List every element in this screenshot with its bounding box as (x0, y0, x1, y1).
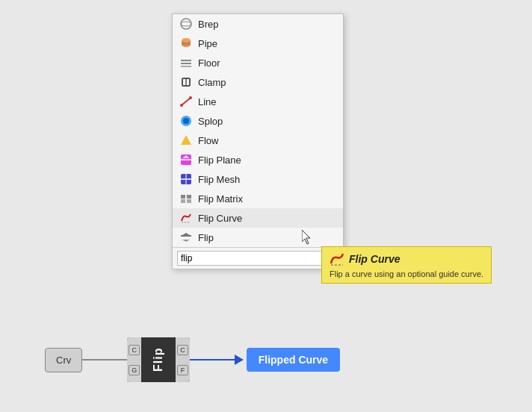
svg-point-0 (181, 19, 191, 29)
flip-label: Flip (141, 337, 176, 382)
flipmesh-icon (179, 172, 194, 187)
clamp-icon (179, 75, 194, 90)
splop-icon (179, 113, 194, 128)
svg-point-1 (181, 22, 191, 26)
menu-item-splop-label: Splop (198, 116, 223, 127)
menu-item-line[interactable]: Line (173, 92, 343, 111)
tooltip-title: Flip Curve (330, 252, 483, 266)
flip-ports-right: C F (176, 337, 190, 382)
menu-item-clamp[interactable]: Clamp (173, 72, 343, 92)
menu-item-flow-label: Flow (198, 135, 218, 146)
flip-ports-left: C G (127, 337, 141, 382)
menu-item-flipmesh[interactable]: Flip Mesh (173, 169, 343, 189)
brep-icon (179, 16, 194, 31)
svg-rect-7 (181, 66, 191, 67)
arrow-line (190, 355, 244, 365)
menu-item-splop[interactable]: Splop (173, 111, 343, 131)
flip-node: C G Flip C F (127, 337, 190, 382)
svg-rect-27 (181, 235, 191, 237)
flipped-curve-label: Flipped Curve (259, 354, 328, 366)
pipe-icon (179, 36, 194, 51)
menu-item-brep[interactable]: Brep (173, 14, 343, 34)
menu-item-flipmatrix-label: Flip Matrix (198, 193, 243, 205)
tooltip-description: Flip a curve using an optional guide cur… (330, 269, 483, 278)
node-diagram: Crv C G Flip C F Flipped Curve (45, 337, 340, 382)
port-f-right: F (177, 365, 188, 375)
crv-node: Crv (45, 348, 82, 372)
flipcurve-icon (179, 210, 194, 225)
svg-line-10 (182, 98, 191, 105)
svg-rect-24 (181, 199, 185, 203)
svg-marker-28 (182, 233, 190, 235)
svg-rect-23 (187, 195, 191, 199)
menu-item-clamp-label: Clamp (198, 77, 226, 88)
svg-marker-15 (181, 135, 191, 145)
menu-item-pipe[interactable]: Pipe (173, 34, 343, 53)
arrow-shaft (190, 359, 235, 360)
svg-rect-5 (181, 63, 191, 64)
menu-item-line-label: Line (198, 96, 217, 107)
flipplane-icon (179, 152, 194, 167)
wire-crv-flip (82, 359, 127, 360)
port-c-left: C (129, 345, 140, 355)
svg-point-11 (180, 104, 183, 107)
crv-label: Crv (56, 355, 71, 366)
menu-item-flip[interactable]: Flip (173, 228, 343, 247)
svg-marker-29 (182, 240, 190, 242)
flow-icon (179, 133, 194, 148)
tooltip-icon (330, 252, 344, 266)
menu-item-flipplane-label: Flip Plane (198, 154, 241, 166)
svg-point-12 (189, 96, 192, 99)
floor-icon (179, 55, 194, 70)
svg-rect-6 (181, 60, 191, 61)
flipmatrix-icon (179, 191, 194, 206)
menu-item-pipe-label: Pipe (198, 38, 217, 49)
menu-item-floor-label: Floor (198, 57, 220, 69)
port-c-right: C (177, 345, 188, 355)
menu-item-flipplane[interactable]: Flip Plane (173, 150, 343, 169)
tooltip: Flip Curve Flip a curve using an optiona… (321, 246, 492, 284)
canvas: Brep Pipe Floor Clamp Line (0, 0, 532, 412)
svg-rect-22 (181, 195, 185, 199)
dropdown-menu: Brep Pipe Floor Clamp Line (172, 13, 344, 269)
flipped-curve-badge: Flipped Curve (247, 348, 340, 372)
menu-item-flipmatrix[interactable]: Flip Matrix (173, 189, 343, 208)
menu-item-flip-label: Flip (198, 232, 214, 243)
arrow-head (235, 355, 244, 365)
svg-point-4 (182, 38, 191, 43)
menu-item-floor[interactable]: Floor (173, 53, 343, 72)
line-icon (179, 94, 194, 109)
port-g-left: G (129, 365, 140, 375)
svg-point-14 (183, 118, 189, 124)
svg-rect-25 (187, 199, 191, 203)
menu-item-flow[interactable]: Flow (173, 131, 343, 150)
search-input[interactable] (177, 251, 338, 266)
search-box (173, 247, 343, 269)
menu-item-flipmesh-label: Flip Mesh (198, 174, 240, 185)
menu-item-brep-label: Brep (198, 19, 218, 30)
flip-icon (179, 230, 194, 245)
menu-item-flipcurve[interactable]: Flip Curve (173, 208, 343, 228)
menu-item-flipcurve-label: Flip Curve (198, 213, 242, 224)
tooltip-title-text: Flip Curve (349, 253, 400, 265)
